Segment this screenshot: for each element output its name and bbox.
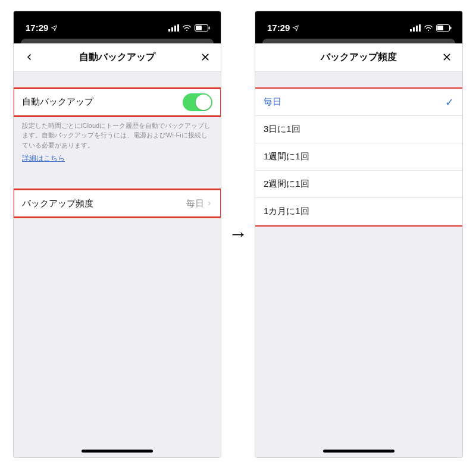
battery-icon — [195, 24, 210, 32]
back-button[interactable] — [22, 50, 36, 64]
wifi-icon — [424, 24, 433, 32]
svg-rect-7 — [209, 26, 210, 29]
frequency-option-1month[interactable]: 1カ月に1回 — [255, 198, 462, 225]
auto-backup-label: 自動バックアップ — [22, 96, 183, 108]
backup-frequency-value: 毎日 — [186, 198, 204, 209]
phone-left: 17:29 自動バックアップ 自動バックアップ 設定した時間ごとにiCloudに… — [13, 11, 221, 458]
backup-frequency-row[interactable]: バックアップ頻度 毎日 — [14, 190, 221, 217]
svg-point-14 — [428, 29, 429, 30]
auto-backup-toggle-row[interactable]: 自動バックアップ — [14, 89, 221, 116]
option-label: 毎日 — [264, 96, 445, 108]
auto-backup-toggle[interactable] — [183, 93, 212, 111]
sheet-grabber — [14, 39, 221, 43]
svg-rect-11 — [413, 27, 415, 32]
svg-rect-16 — [437, 26, 443, 30]
nav-title: 自動バックアップ — [79, 51, 155, 64]
option-label: 1週間に1回 — [264, 151, 454, 162]
nav-title: バックアップ頻度 — [321, 51, 397, 64]
option-label: 3日に1回 — [264, 124, 454, 135]
frequency-options-list: 毎日 ✓ 3日に1回 1週間に1回 2週間に1回 1カ月に1回 — [255, 89, 462, 225]
location-icon — [51, 24, 58, 32]
svg-rect-6 — [196, 26, 202, 30]
close-icon — [442, 52, 452, 62]
battery-icon — [436, 24, 452, 32]
svg-point-4 — [186, 29, 187, 30]
frequency-option-3days[interactable]: 3日に1回 — [255, 116, 462, 143]
home-indicator — [323, 450, 394, 453]
details-link[interactable]: 詳細はこちら — [14, 151, 73, 164]
cellular-icon — [410, 24, 421, 32]
content-area: 毎日 ✓ 3日に1回 1週間に1回 2週間に1回 1カ月に1回 — [255, 72, 462, 457]
frequency-option-daily[interactable]: 毎日 ✓ — [255, 89, 462, 116]
chevron-left-icon — [24, 52, 34, 62]
auto-backup-description: 設定した時間ごとにiCloudにトーク履歴を自動でバックアップします。自動バック… — [14, 116, 221, 152]
status-bar: 17:29 — [255, 11, 462, 39]
svg-rect-12 — [416, 26, 418, 32]
arrow-icon: → — [228, 223, 248, 245]
option-label: 1カ月に1回 — [264, 206, 454, 217]
svg-rect-2 — [174, 26, 176, 32]
close-button[interactable] — [440, 50, 454, 64]
home-indicator — [82, 450, 153, 453]
check-icon: ✓ — [445, 96, 454, 109]
svg-rect-0 — [168, 29, 170, 32]
svg-rect-10 — [410, 29, 412, 32]
nav-bar: バックアップ頻度 — [255, 43, 462, 72]
backup-frequency-label: バックアップ頻度 — [22, 198, 186, 209]
phone-right: 17:29 バックアップ頻度 毎日 ✓ 3日に1回 1週間に1回 — [255, 11, 463, 458]
status-time: 17:29 — [26, 23, 48, 33]
frequency-option-1week[interactable]: 1週間に1回 — [255, 143, 462, 171]
wifi-icon — [182, 24, 192, 32]
status-bar: 17:29 — [14, 11, 221, 39]
cellular-icon — [168, 24, 179, 32]
content-area: 自動バックアップ 設定した時間ごとにiCloudにトーク履歴を自動でバックアップ… — [14, 72, 221, 457]
option-label: 2週間に1回 — [264, 178, 454, 190]
chevron-right-icon — [206, 199, 212, 208]
status-time: 17:29 — [267, 23, 290, 33]
close-icon — [201, 52, 210, 62]
frequency-option-2weeks[interactable]: 2週間に1回 — [255, 171, 462, 198]
svg-rect-1 — [171, 27, 173, 32]
svg-rect-17 — [450, 26, 452, 29]
sheet-grabber — [255, 39, 462, 43]
close-button[interactable] — [198, 50, 212, 64]
svg-rect-13 — [419, 24, 421, 32]
svg-rect-3 — [177, 24, 179, 32]
nav-bar: 自動バックアップ — [14, 43, 221, 72]
location-icon — [292, 24, 299, 32]
